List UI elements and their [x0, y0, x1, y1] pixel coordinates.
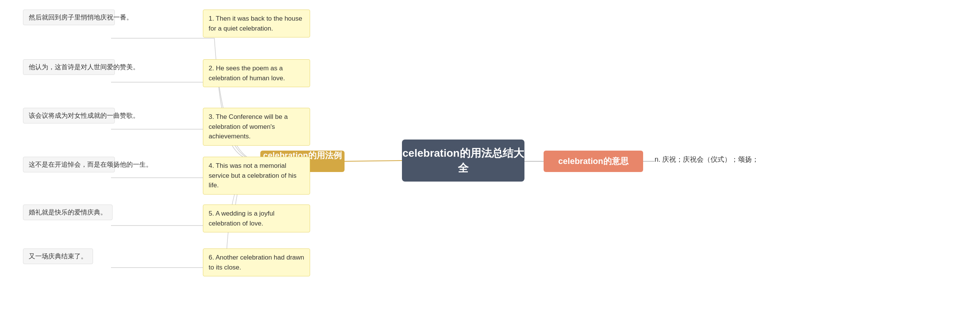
example-node-3: 3. The Conference will be a celebration … — [203, 108, 310, 146]
central-node: celebration的用法总结大全 — [402, 140, 524, 182]
chinese-node-1: 然后就回到房子里悄悄地庆祝一番。 — [23, 10, 115, 25]
chinese-node-4: 这不是在开追悼会，而是在颂扬他的一生。 — [23, 157, 115, 172]
right-meaning-text: n. 庆祝；庆祝会（仪式）；颂扬； — [655, 156, 759, 163]
chinese-node-5: 婚礼就是快乐的爱情庆典。 — [23, 205, 113, 220]
chinese-node-2: 他认为，这首诗是对人世间爱的赞美。 — [23, 59, 115, 75]
example-node-4: 4. This was not a memorial service but a… — [203, 157, 310, 195]
central-label: celebration的用法总结大全 — [402, 146, 524, 175]
mind-map-container: celebration的用法总结大全 celebration的用法例句 cele… — [0, 0, 980, 323]
example-node-1: 1. Then it was back to the house for a q… — [203, 10, 310, 37]
example-node-2: 2. He sees the poem as a celebration of … — [203, 59, 310, 87]
chinese-node-6: 又一场庆典结束了。 — [23, 248, 93, 264]
example-node-5: 5. A wedding is a joyful celebration of … — [203, 205, 310, 232]
right-node: celebration的意思 — [544, 151, 643, 172]
example-node-6: 6. Another celebration had drawn to its … — [203, 248, 310, 276]
chinese-node-3: 该会议将成为对女性成就的一曲赞歌。 — [23, 108, 115, 123]
right-node-label: celebration的意思 — [558, 156, 628, 167]
right-meaning: n. 庆祝；庆祝会（仪式）；颂扬； — [655, 155, 759, 164]
